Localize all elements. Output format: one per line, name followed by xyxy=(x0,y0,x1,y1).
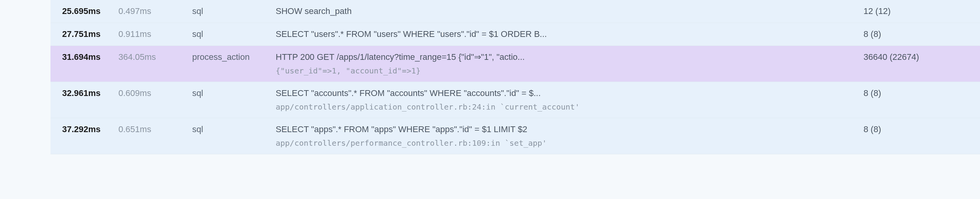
start-time: 25.695ms xyxy=(50,6,118,16)
desc-primary: HTTP 200 GET /apps/1/latency?time_range=… xyxy=(276,52,856,62)
description: HTTP 200 GET /apps/1/latency?time_range=… xyxy=(276,52,864,75)
duration: 0.497ms xyxy=(118,6,192,16)
desc-primary: SELECT "accounts".* FROM "accounts" WHER… xyxy=(276,88,856,98)
desc-secondary: app/controllers/performance_controller.r… xyxy=(276,138,856,148)
category: sql xyxy=(192,29,276,39)
count: 8 (8) xyxy=(864,88,980,98)
count: 12 (12) xyxy=(864,6,980,16)
start-time: 27.751ms xyxy=(50,29,118,39)
table-row[interactable]: 25.695ms 0.497ms sql SHOW search_path 12… xyxy=(50,0,980,23)
trace-table: 25.695ms 0.497ms sql SHOW search_path 12… xyxy=(50,0,980,154)
table-row[interactable]: 37.292ms 0.651ms sql SELECT "apps".* FRO… xyxy=(50,118,980,154)
start-time: 32.961ms xyxy=(50,88,118,98)
count: 8 (8) xyxy=(864,124,980,134)
category: sql xyxy=(192,88,276,98)
desc-primary: SELECT "users".* FROM "users" WHERE "use… xyxy=(276,29,856,39)
desc-primary: SHOW search_path xyxy=(276,6,856,16)
duration: 364.05ms xyxy=(118,52,192,62)
description: SELECT "apps".* FROM "apps" WHERE "apps"… xyxy=(276,124,864,148)
start-time: 31.694ms xyxy=(50,52,118,62)
start-time: 37.292ms xyxy=(50,124,118,134)
table-row[interactable]: 27.751ms 0.911ms sql SELECT "users".* FR… xyxy=(50,23,980,46)
category: process_action xyxy=(192,52,276,62)
count: 36640 (22674) xyxy=(864,52,980,62)
table-row[interactable]: 31.694ms 364.05ms process_action HTTP 20… xyxy=(50,46,980,82)
table-row[interactable]: 32.961ms 0.609ms sql SELECT "accounts".*… xyxy=(50,82,980,118)
duration: 0.651ms xyxy=(118,124,192,134)
duration: 0.609ms xyxy=(118,88,192,98)
description: SHOW search_path xyxy=(276,6,864,16)
description: SELECT "accounts".* FROM "accounts" WHER… xyxy=(276,88,864,112)
desc-secondary: {"user_id"=>1, "account_id"=>1} xyxy=(276,66,856,75)
category: sql xyxy=(192,6,276,16)
desc-primary: SELECT "apps".* FROM "apps" WHERE "apps"… xyxy=(276,124,856,134)
category: sql xyxy=(192,124,276,134)
duration: 0.911ms xyxy=(118,29,192,39)
description: SELECT "users".* FROM "users" WHERE "use… xyxy=(276,29,864,39)
desc-secondary: app/controllers/application_controller.r… xyxy=(276,102,856,112)
count: 8 (8) xyxy=(864,29,980,39)
